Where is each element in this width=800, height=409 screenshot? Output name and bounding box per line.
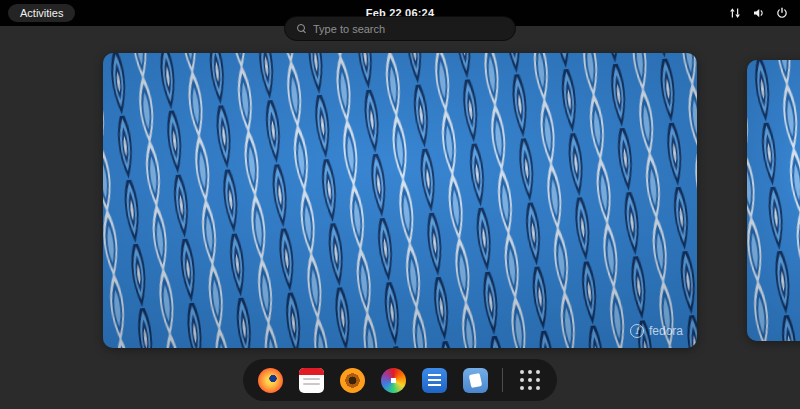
calendar-icon-header bbox=[299, 368, 324, 375]
calendar-icon bbox=[299, 368, 324, 393]
search-icon bbox=[297, 24, 306, 33]
calendar-icon-line bbox=[303, 383, 320, 385]
workspace-thumbnail-current[interactable]: f fedora bbox=[103, 53, 697, 348]
gnome-activities-overview: Activities Feb 22 06:24 bbox=[0, 0, 800, 409]
dock-item-text-editor[interactable] bbox=[420, 366, 448, 394]
text-editor-icon-lines bbox=[428, 374, 441, 386]
app-grid-button[interactable] bbox=[516, 366, 544, 394]
search-input[interactable] bbox=[313, 23, 503, 35]
dock-item-colors[interactable] bbox=[379, 366, 407, 394]
dock-item-software[interactable] bbox=[461, 366, 489, 394]
text-editor-icon bbox=[422, 368, 447, 393]
workspace-thumbnail-next[interactable] bbox=[747, 60, 800, 341]
activities-button[interactable]: Activities bbox=[8, 4, 75, 22]
dock-item-calendar[interactable] bbox=[297, 366, 325, 394]
search-bar[interactable] bbox=[284, 16, 516, 41]
app-grid-icon bbox=[520, 370, 540, 390]
dock-separator bbox=[502, 368, 503, 392]
photos-icon bbox=[340, 368, 365, 393]
volume-icon bbox=[752, 7, 765, 19]
dash-dock bbox=[243, 359, 557, 401]
network-icon bbox=[729, 7, 741, 19]
calendar-icon-line bbox=[303, 378, 320, 380]
wallpaper-shade bbox=[103, 53, 697, 348]
wallpaper-shade bbox=[747, 60, 800, 341]
system-status-area[interactable] bbox=[729, 7, 788, 19]
dock-item-photos[interactable] bbox=[338, 366, 366, 394]
power-icon bbox=[776, 7, 788, 19]
software-icon-page bbox=[468, 372, 481, 387]
software-icon bbox=[463, 368, 488, 393]
firefox-icon bbox=[258, 368, 283, 393]
dock-item-firefox[interactable] bbox=[256, 366, 284, 394]
color-wheel-icon bbox=[381, 368, 406, 393]
